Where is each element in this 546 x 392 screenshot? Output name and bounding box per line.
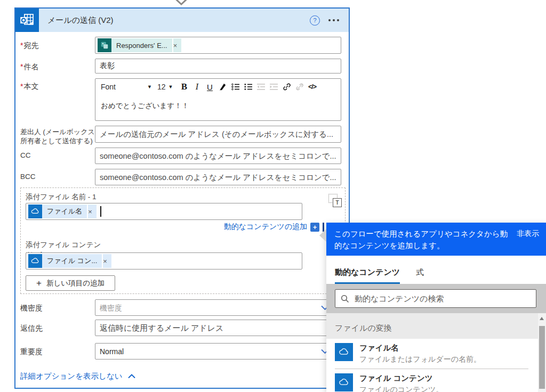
tab-dynamic-content[interactable]: 動的なコンテンツ — [335, 267, 400, 284]
attachment-name-label: 添付ファイル 名前 - 1 — [26, 192, 97, 202]
to-input[interactable]: Responders' E... × — [95, 37, 341, 54]
outdent-icon[interactable] — [255, 80, 267, 93]
from-label: 差出人 (メールボックス所有者として送信する) — [20, 128, 95, 146]
action-title: メールの送信 (V2) — [47, 15, 114, 26]
bullet-list-icon[interactable] — [230, 80, 242, 93]
font-family-dropdown[interactable]: Font▼ — [99, 83, 154, 91]
close-icon[interactable]: × — [88, 205, 97, 218]
popup-tabs: 動的なコンテンツ 式 — [326, 256, 546, 284]
attachment-content-chip[interactable]: ファイル コン... × — [28, 254, 111, 268]
plus-icon: + — [36, 278, 42, 289]
list-item-file-name[interactable]: ファイル名 ファイルまたはフォルダーの名前。 — [326, 339, 538, 369]
ellipsis-menu-icon[interactable] — [328, 19, 339, 21]
numbered-list-icon[interactable] — [243, 80, 254, 93]
unlink-icon[interactable] — [294, 80, 306, 93]
section-header: ファイルの変換 — [326, 313, 546, 339]
action-card-header[interactable]: メールの送信 (V2) ? — [15, 9, 349, 32]
chip-label: Responders' E... — [111, 38, 172, 52]
flow-designer-canvas: メールの送信 (V2) ? *宛先 Responders' E... × *件名… — [0, 0, 546, 392]
close-icon[interactable]: × — [173, 38, 182, 52]
link-icon[interactable] — [281, 80, 293, 93]
onedrive-icon — [335, 373, 353, 391]
search-input[interactable] — [355, 294, 531, 303]
required-marker: * — [20, 41, 23, 50]
popup-result-list: ファイルの変換 ファイル名 ファイルまたはフォルダーの名前。 — [326, 313, 546, 392]
popup-header: このフローで使用されるアプリやコネクタから動的なコンテンツを追加します。 非表示 — [326, 223, 546, 256]
chip-label: ファイル コン... — [42, 254, 102, 268]
sensitivity-label: 機密度 — [20, 304, 43, 313]
attachment-name-input[interactable]: ファイル名 × — [26, 203, 302, 220]
to-label: *宛先 — [20, 41, 38, 51]
switch-to-array-icon[interactable]: T — [328, 194, 342, 207]
attachment-name-chip[interactable]: ファイル名 × — [28, 205, 97, 218]
subject-input[interactable] — [95, 59, 341, 74]
body-rich-text-editor[interactable]: Font▼ 12▼ B I U — [95, 78, 341, 121]
add-dynamic-content-link[interactable]: 動的なコンテンツの追加 + — [181, 222, 324, 232]
item-title: ファイル名 — [359, 343, 481, 353]
onedrive-icon — [28, 205, 42, 218]
rich-text-toolbar: Font▼ 12▼ B I U — [95, 79, 341, 95]
close-icon[interactable]: × — [103, 254, 111, 268]
bold-button[interactable]: B — [179, 80, 190, 93]
help-icon[interactable]: ? — [310, 15, 320, 26]
onedrive-icon — [28, 254, 42, 268]
bcc-input[interactable] — [95, 169, 341, 185]
popup-search-band — [326, 284, 546, 313]
italic-button[interactable]: I — [191, 80, 203, 93]
chip-label: ファイル名 — [42, 205, 87, 218]
from-input[interactable] — [95, 126, 341, 143]
text-cursor — [100, 206, 101, 217]
onedrive-icon — [335, 343, 353, 361]
item-description: ファイルまたはフォルダーの名前。 — [359, 355, 481, 364]
outlook-icon — [15, 9, 39, 32]
scrollbar[interactable] — [538, 313, 546, 392]
text-color-pen-icon[interactable] — [217, 80, 229, 93]
cc-input[interactable] — [95, 148, 341, 164]
body-label: *本文 — [20, 82, 38, 92]
chevron-up-icon — [128, 374, 135, 379]
item-title: ファイル コンテンツ — [359, 373, 443, 383]
code-view-icon[interactable]: </> — [307, 80, 318, 93]
bcc-label: BCC — [20, 173, 36, 181]
reply-to-label: 返信先 — [20, 324, 43, 333]
underline-button[interactable]: U — [204, 80, 216, 93]
tab-expression[interactable]: 式 — [416, 267, 424, 284]
hide-popup-button[interactable]: 非表示 — [517, 228, 539, 240]
list-item-file-content[interactable]: ファイル コンテンツ ファイルのコンテンツ。 — [326, 369, 538, 392]
importance-label: 重要度 — [20, 347, 43, 357]
body-text[interactable]: おめでとうございます！！ — [95, 95, 341, 117]
attachment-content-input[interactable]: ファイル コン... × — [26, 252, 302, 270]
font-size-dropdown[interactable]: 12▼ — [155, 83, 175, 91]
indent-icon[interactable] — [268, 80, 280, 93]
flow-connector-arrow-icon — [172, 0, 191, 7]
importance-dropdown[interactable] — [95, 343, 341, 360]
popup-description: このフローで使用されるアプリやコネクタから動的なコンテンツを追加します。 — [334, 230, 508, 250]
cc-label: CC — [20, 151, 31, 159]
add-new-item-button[interactable]: + 新しい項目の追加 — [26, 275, 115, 291]
popup-beak — [319, 229, 326, 242]
forms-connector-icon — [98, 38, 111, 52]
dynamic-content-search[interactable] — [335, 289, 536, 308]
add-dynamic-plus-icon: + — [310, 223, 319, 232]
subject-label: *件名 — [20, 62, 38, 72]
search-icon — [341, 295, 349, 303]
to-dynamic-chip[interactable]: Responders' E... × — [98, 38, 181, 52]
sensitivity-dropdown[interactable] — [95, 299, 341, 316]
item-description: ファイルのコンテンツ。 — [359, 385, 443, 392]
reply-to-input[interactable] — [95, 320, 341, 336]
scroll-up-icon[interactable] — [540, 317, 544, 320]
scrollbar-thumb[interactable] — [539, 326, 545, 389]
hide-advanced-options-link[interactable]: 詳細オプションを表示しない — [20, 371, 135, 381]
dynamic-content-popup: このフローで使用されるアプリやコネクタから動的なコンテンツを追加します。 非表示… — [326, 223, 546, 392]
